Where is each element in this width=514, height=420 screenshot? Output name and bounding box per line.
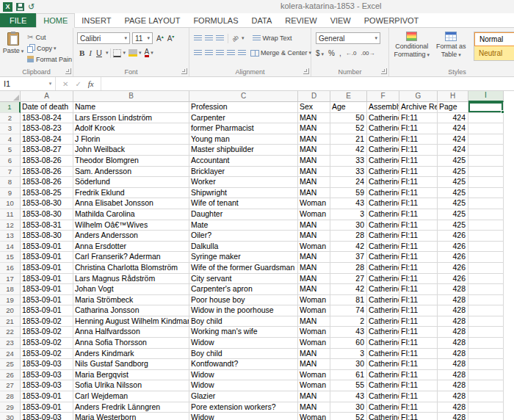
cell-D24[interactable]: MAN [298,349,330,360]
cell-A21[interactable]: 1853-09-02 [21,316,73,327]
ribbon-tab-powerpivot[interactable]: POWERPIVOT [358,13,426,27]
cell-A22[interactable]: 1853-09-02 [21,327,73,338]
cell-I2[interactable] [468,113,504,124]
cell-D21[interactable]: MAN [298,316,330,327]
cell-I8[interactable] [468,177,504,188]
cell-G19[interactable]: FI:11 [399,295,438,306]
cell-C28[interactable]: Glazier [189,391,298,402]
cell-A25[interactable]: 1853-09-03 [21,359,73,370]
cell-B2[interactable]: Lars Ersson Lindström [73,113,189,124]
increase-indent-icon[interactable] [238,50,246,57]
select-all-corner[interactable] [0,91,21,102]
cell-E15[interactable]: 37 [330,252,367,263]
cell-C4[interactable]: Young man [189,134,298,145]
cell-D12[interactable]: MAN [298,220,330,231]
format-painter-button[interactable]: Format Painter [27,54,72,65]
row-header-2[interactable]: 2 [0,113,21,124]
cell-C12[interactable]: Mate [189,220,298,231]
cell-I21[interactable] [468,316,504,327]
name-box[interactable]: I1 [0,77,46,90]
align-right-icon[interactable] [216,50,224,57]
ribbon-tab-data[interactable]: DATA [245,13,279,27]
cell-A5[interactable]: 1853-08-27 [21,145,73,156]
cell-D28[interactable]: MAN [298,391,330,402]
cell-I5[interactable] [468,145,504,156]
cell-A3[interactable]: 1853-08-23 [21,123,73,134]
cell-F15[interactable]: Catherine [367,252,399,263]
cell-F5[interactable]: Catherine [367,145,399,156]
column-header-C[interactable]: C [189,91,298,102]
cell-G22[interactable]: FI:11 [399,327,438,338]
cell-I6[interactable] [468,156,504,167]
cell-E16[interactable]: 28 [330,263,367,274]
cell-B21[interactable]: Henning August Wilhelm Kindmark [73,316,189,327]
cell-H2[interactable]: 424 [438,113,468,124]
cell-H1[interactable]: Page [438,102,468,113]
cell-H21[interactable]: 428 [438,316,468,327]
cell-B30[interactable]: Maria Westerborn [73,413,189,420]
row-header-24[interactable]: 24 [0,349,21,360]
cell-I4[interactable] [468,134,504,145]
cell-G16[interactable]: FI:11 [399,263,438,274]
column-header-B[interactable]: B [73,91,189,102]
clipboard-dialog-launcher-icon[interactable] [65,68,71,74]
align-center-icon[interactable] [205,50,213,57]
row-header-29[interactable]: 29 [0,402,21,413]
cell-G1[interactable]: Archive Re [399,102,438,113]
cell-D9[interactable]: MAN [298,188,330,199]
cell-H15[interactable]: 426 [438,252,468,263]
cell-D18[interactable]: MAN [298,284,330,295]
cell-E5[interactable]: 42 [330,145,367,156]
cell-D20[interactable]: Woman [298,305,330,316]
font-name-select[interactable]: Calibri▾ [77,32,130,44]
cell-C10[interactable]: Wife of tenant [189,198,298,209]
cell-E12[interactable]: 30 [330,220,367,231]
cell-C7[interactable]: Bricklayer [189,167,298,178]
cell-H14[interactable]: 426 [438,242,468,253]
cell-E28[interactable]: 43 [330,391,367,402]
row-header-14[interactable]: 14 [0,242,21,253]
cell-G30[interactable]: FI:11 [399,413,438,420]
row-header-5[interactable]: 5 [0,145,21,156]
cell-E6[interactable]: 33 [330,156,367,167]
cell-I25[interactable] [468,359,504,370]
cell-F27[interactable]: Catherine [367,380,399,391]
cell-A17[interactable]: 1853-09-01 [21,274,73,285]
number-format-select[interactable]: General▾ [316,32,380,44]
cell-H19[interactable]: 428 [438,295,468,306]
cell-G15[interactable]: FI:11 [399,252,438,263]
cell-D7[interactable]: MAN [298,167,330,178]
cell-F1[interactable]: Assembly [367,102,399,113]
cell-F6[interactable]: Catherine [367,156,399,167]
cell-I11[interactable] [468,209,504,220]
cell-B23[interactable]: Anna Sofia Thorsson [73,338,189,349]
cell-B8[interactable]: Söderlund [73,177,189,188]
row-header-4[interactable]: 4 [0,134,21,145]
cell-A1[interactable]: Date of death [21,102,73,113]
cell-D17[interactable]: MAN [298,274,330,285]
cell-E26[interactable]: 61 [330,370,367,381]
cell-B20[interactable]: Catharina Jonsson [73,305,189,316]
row-header-6[interactable]: 6 [0,156,21,167]
cell-C29[interactable]: Pore extension workers? [189,402,298,413]
cell-F28[interactable]: Catherine [367,391,399,402]
cell-D2[interactable]: MAN [298,113,330,124]
cell-C23[interactable]: Widow [189,338,298,349]
cell-D22[interactable]: Woman [298,327,330,338]
cell-C22[interactable]: Working man's wife [189,327,298,338]
merge-center-button[interactable]: Merge & Center▾ [250,49,311,57]
cell-G27[interactable]: FI:11 [399,380,438,391]
column-header-I[interactable]: I [468,91,504,102]
cell-I26[interactable] [468,370,504,381]
cell-A27[interactable]: 1853-09-03 [21,380,73,391]
cell-A23[interactable]: 1853-09-02 [21,338,73,349]
cell-E24[interactable]: 3 [330,349,367,360]
row-header-19[interactable]: 19 [0,295,21,306]
cell-H5[interactable]: 424 [438,145,468,156]
cell-G25[interactable]: FI:11 [399,359,438,370]
cell-I17[interactable] [468,274,504,285]
column-header-D[interactable]: D [298,91,330,102]
cell-F10[interactable]: Catherine [367,198,399,209]
undo-icon[interactable]: ↺ [28,3,35,11]
cell-I16[interactable] [468,263,504,274]
